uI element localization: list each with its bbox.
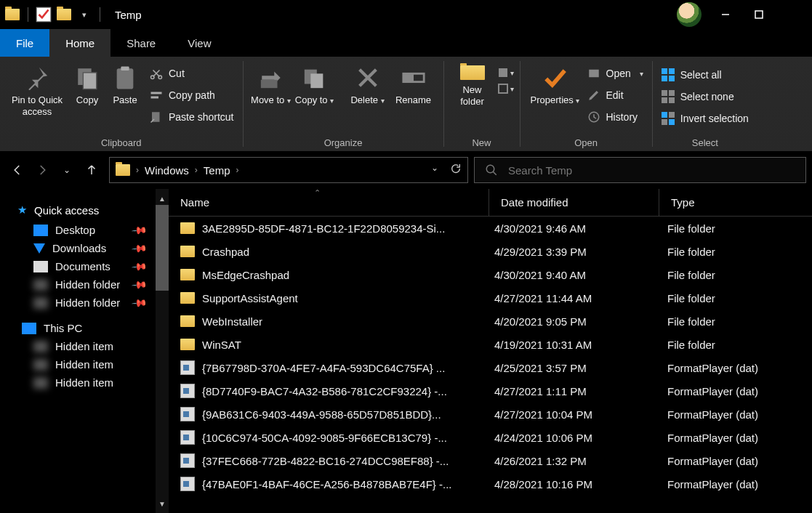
chevron-right-icon[interactable]: ›: [236, 165, 239, 175]
svg-rect-10: [151, 97, 159, 99]
tab-home[interactable]: Home: [49, 29, 110, 57]
nav-forward-button[interactable]: [35, 163, 49, 177]
svg-rect-14: [310, 73, 323, 88]
file-row[interactable]: {7B67798D-370A-4FE7-A4FA-593DC64C75FA} .…: [169, 356, 812, 379]
delete-button[interactable]: Delete ▾: [346, 60, 390, 132]
svg-point-21: [486, 165, 494, 173]
sidebar-item-desktop[interactable]: Desktop 📌: [0, 221, 169, 239]
breadcrumb-segment[interactable]: Temp: [204, 164, 230, 177]
address-bar[interactable]: › Windows › Temp › ⌄: [109, 157, 468, 183]
select-all-button[interactable]: Select all: [659, 65, 752, 84]
new-folder-button[interactable]: New folder: [450, 60, 495, 132]
pin-icon: 📌: [131, 258, 148, 275]
properties-button[interactable]: Properties ▾: [526, 60, 584, 132]
qat-customize-dropdown[interactable]: ▾: [75, 5, 94, 24]
nav-recent-dropdown[interactable]: ⌄: [60, 163, 74, 177]
sidebar-item-hidden[interactable]: Hidden item: [0, 373, 169, 392]
sidebar-scrollbar-thumb[interactable]: [156, 203, 169, 291]
address-dropdown-button[interactable]: ⌄: [431, 163, 438, 177]
paste-shortcut-icon: [150, 110, 163, 124]
nav-back-button[interactable]: [10, 163, 25, 177]
sidebar-item-hidden[interactable]: Hidden folder 📌: [0, 275, 169, 294]
chevron-right-icon[interactable]: ›: [136, 165, 139, 175]
file-row[interactable]: MsEdgeCrashpad4/30/2021 9:40 AMFile fold…: [169, 263, 812, 286]
file-name: Crashpad: [202, 246, 249, 258]
refresh-button[interactable]: [450, 163, 462, 177]
file-row[interactable]: {10C6C974-50CA-4092-9085-9F66ECB13C79} -…: [169, 426, 812, 449]
sidebar-item-hidden[interactable]: Hidden folder 📌: [0, 294, 169, 312]
file-icon: [180, 453, 195, 468]
select-none-button[interactable]: Select none: [659, 87, 752, 106]
easy-access-button[interactable]: ▾: [498, 81, 514, 96]
copy-button[interactable]: Copy: [68, 60, 106, 132]
file-name: MsEdgeCrashpad: [202, 269, 289, 281]
minimize-button[interactable]: [709, 0, 742, 29]
file-date: 4/28/2021 10:16 PM: [489, 478, 659, 490]
file-row[interactable]: WebInstaller4/20/2021 9:05 PMFile folder: [169, 310, 812, 333]
star-icon: ★: [17, 203, 27, 217]
file-row[interactable]: {47BAE0F1-4BAF-46CE-A256-B4878BAB7E4F} -…: [169, 472, 812, 496]
navigation-pane: ★ Quick access Desktop 📌 Downloads 📌 Doc…: [0, 189, 169, 513]
pin-quick-access-button[interactable]: Pin to Quick access: [6, 60, 68, 132]
qat-folder-icon[interactable]: [3, 5, 22, 24]
nav-up-button[interactable]: [84, 163, 99, 177]
sidebar-item-hidden[interactable]: Hidden item: [0, 355, 169, 373]
file-row[interactable]: {9AB631C6-9403-449A-9588-65D57D851BDD}..…: [169, 403, 812, 426]
file-date: 4/20/2021 9:05 PM: [489, 315, 659, 328]
paste-icon: [113, 65, 137, 90]
sidebar-item-documents[interactable]: Documents 📌: [0, 257, 169, 275]
open-button[interactable]: Open▾: [584, 64, 646, 83]
sidebar-item-hidden[interactable]: Hidden item: [0, 337, 169, 355]
new-item-button[interactable]: ▾: [498, 65, 514, 80]
file-row[interactable]: SupportAssistAgent4/27/2021 11:44 AMFile…: [169, 286, 812, 310]
file-row[interactable]: Crashpad4/29/2021 3:39 PMFile folder: [169, 240, 812, 263]
qat-properties-icon[interactable]: [34, 5, 53, 24]
file-row[interactable]: {37FEC668-772B-4822-BC16-274DCC98EF88} -…: [169, 449, 812, 472]
qat-newfolder-icon[interactable]: [55, 5, 73, 24]
column-header-type[interactable]: Type: [659, 189, 812, 216]
chevron-right-icon[interactable]: ›: [195, 165, 198, 175]
folder-icon: [180, 315, 195, 327]
file-date: 4/30/2021 9:40 AM: [489, 269, 659, 281]
file-row[interactable]: 3AE2895D-85DF-4871-BC12-1F22D8059234-Si.…: [169, 217, 812, 240]
breadcrumb-segment[interactable]: Windows: [145, 164, 189, 177]
copy-path-button[interactable]: Copy path: [147, 86, 237, 105]
tab-view[interactable]: View: [172, 29, 227, 57]
edit-button[interactable]: Edit: [584, 86, 646, 105]
sidebar-item-this-pc[interactable]: This PC: [0, 319, 169, 337]
file-type: File folder: [659, 339, 812, 351]
close-button[interactable]: [776, 0, 809, 29]
sidebar-quick-access[interactable]: ★ Quick access: [0, 198, 169, 221]
folder-icon: [180, 339, 195, 350]
file-date: 4/26/2021 1:32 PM: [489, 455, 659, 467]
copy-to-icon: [302, 65, 327, 90]
user-avatar-icon[interactable]: [677, 2, 702, 27]
tab-file[interactable]: File: [0, 29, 49, 57]
search-input[interactable]: Search Temp: [474, 157, 806, 183]
rename-button[interactable]: Rename: [390, 60, 438, 132]
tab-share[interactable]: Share: [110, 29, 172, 57]
history-button[interactable]: History: [584, 108, 646, 126]
svg-line-22: [493, 171, 497, 175]
invert-selection-button[interactable]: Invert selection: [659, 109, 752, 128]
column-header-date[interactable]: Date modified: [489, 189, 659, 216]
scroll-down-button[interactable]: ▼: [156, 497, 169, 510]
column-header-name[interactable]: Name: [169, 189, 489, 216]
file-row[interactable]: WinSAT4/19/2021 10:31 AMFile folder: [169, 333, 812, 356]
scroll-up-button[interactable]: ▲: [156, 192, 169, 205]
maximize-button[interactable]: [742, 0, 776, 29]
paste-shortcut-button[interactable]: Paste shortcut: [147, 108, 237, 126]
move-to-button[interactable]: Move to ▾: [249, 60, 293, 132]
file-name: 3AE2895D-85DF-4871-BC12-1F22D8059234-Si.…: [202, 222, 445, 235]
cut-button[interactable]: Cut: [147, 64, 237, 83]
file-row[interactable]: {8D7740F9-BAC7-4A32-B586-781C2CF93224} -…: [169, 379, 812, 403]
paste-button[interactable]: Paste: [106, 60, 144, 132]
sidebar-item-downloads[interactable]: Downloads 📌: [0, 239, 169, 257]
copy-to-button[interactable]: Copy to ▾: [293, 60, 337, 132]
folder-icon: [33, 279, 48, 291]
address-bar-row: ⌄ › Windows › Temp › ⌄ Search Temp: [0, 151, 812, 189]
select-all-icon: [662, 68, 675, 81]
svg-rect-19: [589, 70, 599, 78]
pin-icon: 📌: [131, 276, 148, 293]
file-rows: 3AE2895D-85DF-4871-BC12-1F22D8059234-Si.…: [169, 217, 812, 513]
